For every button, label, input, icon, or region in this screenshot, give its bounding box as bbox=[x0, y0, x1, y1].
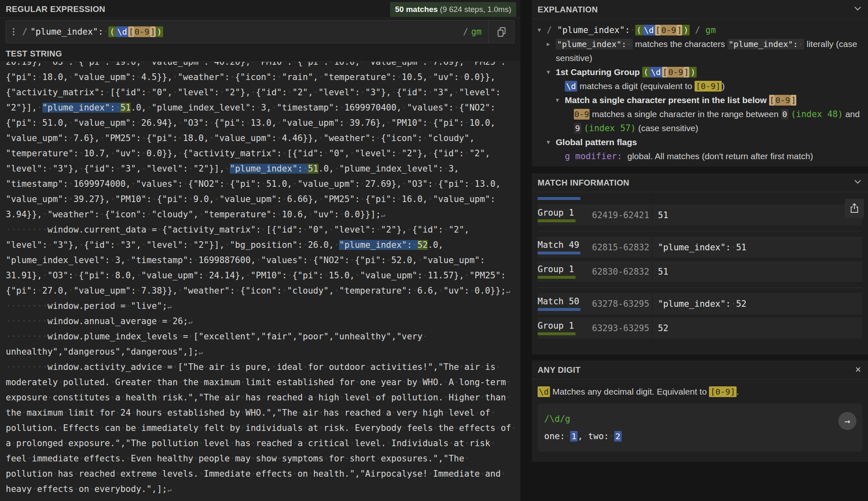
toggle-triangle-icon[interactable]: ▾ bbox=[556, 93, 565, 107]
test-line: {"pi":·18.0,·"value_upm":·4.5}},·"weathe… bbox=[6, 70, 518, 85]
test-line: 31.91},·"O3":·{"pi":·8.0,·"value_upm":·2… bbox=[6, 268, 518, 283]
any-digit-header: ANY DIGIT ✕ bbox=[532, 360, 868, 379]
explanation-rows: ▾/ "plume_index":·(\d[0-9]) / gm▸"plume_… bbox=[532, 19, 868, 163]
toggle-triangle-icon[interactable]: ▾ bbox=[538, 23, 547, 37]
toggle-triangle-icon[interactable]: ▾ bbox=[547, 135, 556, 149]
copy-regex-button[interactable] bbox=[489, 21, 514, 43]
drag-handle-icon[interactable] bbox=[13, 31, 14, 33]
chevron-down-icon bbox=[854, 179, 861, 184]
anydigit-example: one:·1,·two:·2 bbox=[544, 428, 833, 445]
test-line: ········window.annual_average·=·26;↵ bbox=[6, 314, 518, 329]
explanation-text: / "plume_index":·(\d[0-9]) / gm bbox=[547, 23, 862, 37]
explanation-text: "plume_index":· matches the characters "… bbox=[556, 37, 862, 65]
group-row[interactable]: Group 163293-6329552 bbox=[538, 318, 862, 339]
regex-flags[interactable]: gm bbox=[471, 27, 488, 37]
close-icon: ✕ bbox=[855, 365, 861, 374]
match-label: Group 1 bbox=[538, 321, 592, 331]
test-line: unhealthy","dangerous","dangerous",];↵ bbox=[6, 344, 518, 360]
match-label: Match 49 bbox=[538, 240, 592, 250]
test-line: "level":·"3"},·{"id":·"3",·"level":·"2"}… bbox=[6, 238, 518, 253]
test-line: moderately·polluted.·Greater·than·the·ma… bbox=[6, 375, 518, 390]
test-line: pollution·has·reached·extreme·levels.·Im… bbox=[6, 466, 518, 482]
group-row[interactable]: Group 162419-6242151 bbox=[538, 205, 862, 226]
anydigit-desc: \d Matches any decimal digit. Equivalent… bbox=[532, 379, 868, 401]
match-value: 51 bbox=[652, 261, 862, 282]
match-information-collapse-button[interactable] bbox=[854, 179, 861, 186]
regex-panel: REGULAR EXPRESSION 50 matches (9 624 ste… bbox=[0, 0, 520, 501]
test-line: "temperature":·10.7,·"uv":·0.0}},·{"acti… bbox=[6, 146, 518, 161]
match-row[interactable]: Match 4962815-62832"plume_index":·51 bbox=[538, 237, 862, 258]
test-string-editor[interactable]: 20.19},·"O3":·{"pi":·19.0,·"value_upm":·… bbox=[0, 61, 520, 501]
test-line: exposure·constitutes·a·health·risk.","Th… bbox=[6, 390, 518, 405]
match-label: Group 1 bbox=[538, 208, 592, 218]
test-line: "value_upm":·7.6},·"PM25":·{"pi":·18.0,·… bbox=[6, 131, 518, 146]
explanation-text: \d matches a digit (equivalent to [0-9]) bbox=[565, 79, 862, 93]
explanation-text: g modifier: global. All matches (don't r… bbox=[565, 149, 862, 163]
match-information-header: MATCH INFORMATION bbox=[532, 173, 868, 192]
match-separator bbox=[538, 287, 862, 288]
match-underline bbox=[538, 197, 580, 200]
test-line: {"pi":·27.0,·"value_upm":·7.38}},·"weath… bbox=[6, 283, 518, 299]
regex-close-delimiter: / bbox=[460, 27, 471, 37]
test-line: ········window.activity_advice·=·["The·a… bbox=[6, 360, 518, 375]
explanation-header: EXPLANATION bbox=[532, 0, 868, 19]
match-rows: Group 162419-6242151Match 4962815-62832"… bbox=[532, 192, 868, 339]
regex-input[interactable]: / "plume_index":·(\d[0-9]) / gm bbox=[6, 20, 515, 43]
any-digit-close-button[interactable]: ✕ bbox=[855, 365, 861, 374]
explanation-row: ▾/ "plume_index":·(\d[0-9]) / gm bbox=[538, 23, 862, 37]
match-information-title: MATCH INFORMATION bbox=[538, 178, 629, 188]
match-information-section: MATCH INFORMATION Group 162419-6242151Ma… bbox=[532, 173, 868, 355]
regex-pattern[interactable]: "plume_index":·(\d[0-9]) bbox=[30, 27, 163, 37]
toggle-triangle-icon[interactable]: ▾ bbox=[547, 65, 556, 79]
explanation-collapse-button[interactable] bbox=[854, 5, 861, 13]
match-range: 62815-62832 bbox=[592, 237, 652, 258]
match-range: 63278-63295 bbox=[592, 293, 652, 314]
explanation-text: Global pattern flags bbox=[556, 135, 862, 149]
explanation-row: ▾Global pattern flags bbox=[547, 135, 862, 149]
regular-expression-title: REGULAR EXPRESSION bbox=[6, 5, 105, 14]
toggle-triangle-icon[interactable]: ▸ bbox=[547, 37, 556, 51]
explanation-text: 1st Capturing Group (\d[0-9]) bbox=[556, 65, 862, 79]
match-value bbox=[652, 195, 862, 201]
test-line: heavy·effects·on·everybody.",];↵ bbox=[6, 482, 518, 497]
explanation-text: Match a single character present in the … bbox=[565, 93, 862, 107]
match-underline bbox=[538, 308, 580, 311]
match-row[interactable]: Match 5063278-63295"plume_index":·52 bbox=[538, 293, 862, 314]
test-string-area[interactable]: 20.19},·"O3":·{"pi":·19.0,·"value_upm":·… bbox=[6, 62, 518, 501]
test-string-content: 20.19},·"O3":·{"pi":·19.0,·"value_upm":·… bbox=[6, 62, 518, 497]
match-row-clipped[interactable] bbox=[538, 195, 862, 201]
match-steps: (9 624 steps, 1.0ms) bbox=[438, 5, 511, 14]
match-separator bbox=[538, 231, 862, 231]
explanation-text: 0-9 matches a single character in the ra… bbox=[574, 107, 862, 135]
match-value: "plume_index":·52 bbox=[652, 293, 862, 314]
match-range: 62419-62421 bbox=[592, 205, 652, 226]
match-range bbox=[592, 195, 652, 201]
test-line: "level":·"3"},·{"id":·"3",·"level":·"2"}… bbox=[6, 161, 518, 176]
test-line: "value_upm":·39.27},·"PM10":·{"pi":·9.0,… bbox=[6, 192, 518, 207]
match-value: 51 bbox=[652, 205, 862, 226]
match-label: Group 1 bbox=[538, 264, 592, 274]
explanation-title: EXPLANATION bbox=[538, 5, 598, 14]
test-line: 3.94}},·"weather":·{"icon":·"cloudy",·"t… bbox=[6, 207, 518, 222]
test-line: "plume_index_level":·3,·"timestamp":·169… bbox=[6, 253, 518, 268]
test-line: the·maximum·limit·for·24·hours·establish… bbox=[6, 405, 518, 421]
copy-icon bbox=[497, 27, 506, 37]
share-export-icon bbox=[849, 203, 859, 214]
match-underline bbox=[538, 219, 576, 222]
test-line: a·prolonged·exposure.","The·pollution·le… bbox=[6, 436, 518, 451]
explanation-section: EXPLANATION ▾/ "plume_index":·(\d[0-9]) … bbox=[532, 0, 868, 167]
try-example-button[interactable]: → bbox=[838, 412, 856, 430]
export-matches-button[interactable] bbox=[845, 199, 864, 218]
group-row[interactable]: Group 162830-6283251 bbox=[538, 261, 862, 282]
match-count-badge[interactable]: 50 matches (9 624 steps, 1.0ms) bbox=[390, 2, 516, 17]
match-value: "plume_index":·51 bbox=[652, 237, 862, 258]
test-string-title: TEST STRING bbox=[6, 49, 62, 59]
test-line: ········window.period·=·"live";↵ bbox=[6, 299, 518, 314]
explanation-row: ▾Match a single character present in the… bbox=[556, 93, 862, 107]
test-line: "timestamp":·1699974000,·"values":·{"NO2… bbox=[6, 176, 518, 192]
match-label: Match 50 bbox=[538, 296, 592, 306]
test-line: {"activity_matrix":·[{"id":·"0",·"level"… bbox=[6, 85, 518, 100]
any-digit-title: ANY DIGIT bbox=[538, 365, 580, 375]
test-line: pollution.·Effects·can·be·immediately·fe… bbox=[6, 421, 518, 436]
match-value: 52 bbox=[652, 318, 862, 339]
